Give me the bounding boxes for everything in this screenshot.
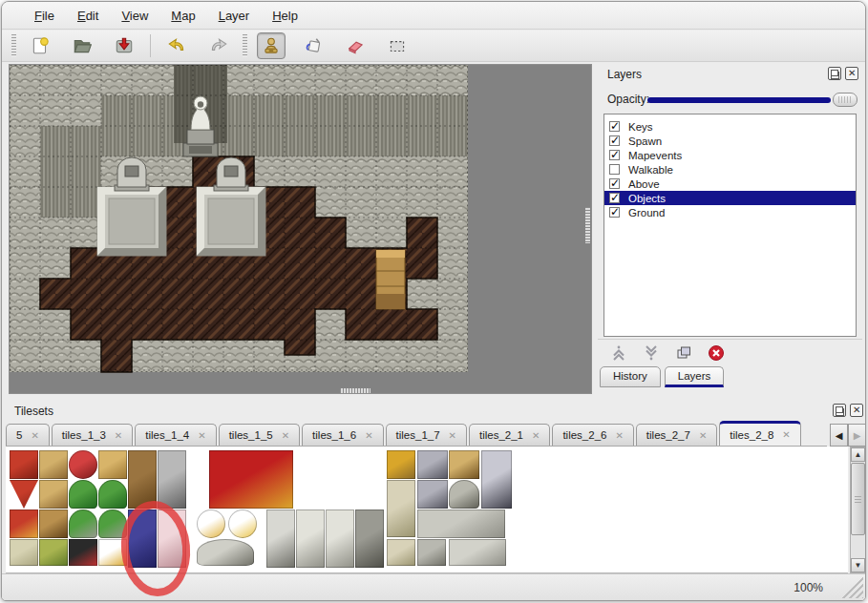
redo-button[interactable] <box>204 32 233 59</box>
lower-layer-button[interactable] <box>640 342 663 364</box>
tile-wooden-door[interactable] <box>128 450 157 509</box>
open-map-button[interactable] <box>68 32 96 59</box>
opacity-slider[interactable] <box>647 97 831 103</box>
tab-history[interactable]: History <box>600 366 661 387</box>
tile-emblem-banner[interactable] <box>10 509 38 538</box>
close-tab-icon[interactable]: ✕ <box>532 430 540 441</box>
tile-wooden-box[interactable] <box>449 450 479 479</box>
tileset-tab-tiles_1_7[interactable]: tiles_1_7✕ <box>386 424 467 446</box>
tile-rock-pile[interactable] <box>197 539 254 566</box>
menu-map[interactable]: Map <box>171 9 195 23</box>
eraser-tool-button[interactable] <box>341 32 370 59</box>
map-canvas[interactable] <box>9 64 592 394</box>
tileset-grid[interactable] <box>6 447 848 573</box>
tileset-tab-tiles_1_4[interactable]: tiles_1_4✕ <box>135 424 216 446</box>
layer-visibility-checkbox[interactable] <box>609 121 620 132</box>
menu-edit[interactable]: Edit <box>77 9 98 23</box>
layer-row-mapevents[interactable]: Mapevents <box>604 148 856 162</box>
tile-loom[interactable] <box>39 450 68 479</box>
fill-tool-button[interactable] <box>299 32 328 59</box>
duplicate-layer-button[interactable] <box>672 342 695 364</box>
tile-metal-shelf-1[interactable] <box>417 450 448 479</box>
menu-file[interactable]: File <box>34 9 54 23</box>
undo-button[interactable] <box>162 32 191 59</box>
float-panel-icon[interactable] <box>828 67 841 80</box>
layer-visibility-checkbox[interactable] <box>609 150 620 160</box>
tile-purple-door[interactable] <box>128 509 157 568</box>
toolbar-drag-handle[interactable] <box>11 34 16 57</box>
map-vertical-scrollbar[interactable] <box>585 207 590 243</box>
layer-row-ground[interactable]: Ground <box>604 205 856 219</box>
close-tab-icon[interactable]: ✕ <box>449 430 456 441</box>
close-tab-icon[interactable]: ✕ <box>615 430 623 441</box>
tile-stone-pillar[interactable] <box>417 539 446 566</box>
layer-visibility-checkbox[interactable] <box>609 207 620 218</box>
tile-bookshelf[interactable] <box>39 509 68 538</box>
close-tilesets-icon[interactable] <box>850 404 863 417</box>
scroll-tabs-right-icon[interactable]: ▶ <box>848 424 866 447</box>
tileset-tab-tiles_2_1[interactable]: tiles_2_1✕ <box>469 424 550 446</box>
close-tab-icon[interactable]: ✕ <box>365 430 372 441</box>
toolbar-drag-handle-2[interactable] <box>243 34 247 57</box>
tile-red-throne[interactable] <box>209 450 293 509</box>
tile-gold-key[interactable] <box>197 509 225 538</box>
raise-layer-button[interactable] <box>607 342 630 364</box>
scroll-down-icon[interactable]: ▼ <box>851 558 865 572</box>
tileset-vertical-scrollbar[interactable]: ▲ ▼ <box>850 447 866 573</box>
tile-angel-statue-1[interactable] <box>296 509 325 568</box>
tile-gold-pile[interactable] <box>228 509 257 538</box>
tab-layers[interactable]: Layers <box>665 366 725 387</box>
layer-row-keys[interactable]: Keys <box>604 119 856 134</box>
tileset-tab-5[interactable]: 5✕ <box>6 424 50 446</box>
menu-help[interactable]: Help <box>272 9 298 23</box>
opacity-slider-handle[interactable] <box>833 93 857 107</box>
tile-armor-pile[interactable] <box>449 480 479 509</box>
tile-potted-plant[interactable] <box>98 509 127 538</box>
close-tab-icon[interactable]: ✕ <box>782 429 790 440</box>
scroll-tabs-left-icon[interactable]: ◀ <box>830 424 848 447</box>
tile-metal-shelf-2[interactable] <box>417 480 448 509</box>
close-tab-icon[interactable]: ✕ <box>282 430 289 441</box>
close-panel-icon[interactable] <box>845 67 858 80</box>
layer-visibility-checkbox[interactable] <box>609 135 620 146</box>
tileset-tab-tiles_1_3[interactable]: tiles_1_3✕ <box>52 424 133 446</box>
tile-plant-top[interactable] <box>98 480 127 509</box>
menu-view[interactable]: View <box>121 9 148 23</box>
tile-green-banner[interactable] <box>39 539 68 566</box>
tile-picture-frame[interactable] <box>387 450 415 479</box>
tileset-tab-tiles_2_6[interactable]: tiles_2_6✕ <box>552 424 633 446</box>
layer-row-spawn[interactable]: Spawn <box>604 134 856 148</box>
close-tab-icon[interactable]: ✕ <box>198 430 205 441</box>
resize-grip[interactable] <box>840 575 863 598</box>
close-tab-icon[interactable]: ✕ <box>699 430 707 441</box>
layer-visibility-checkbox[interactable] <box>609 193 620 203</box>
tile-gargoyle-fountain[interactable] <box>355 509 384 568</box>
tile-armor-suit[interactable] <box>481 450 512 509</box>
tile-obelisk-small[interactable] <box>387 539 415 566</box>
new-map-button[interactable] <box>26 32 54 59</box>
tile-stone-platform[interactable] <box>417 509 505 538</box>
tileset-tab-tiles_2_8[interactable]: tiles_2_8✕ <box>719 421 800 446</box>
menu-layer[interactable]: Layer <box>219 9 250 23</box>
tile-metal-gate[interactable] <box>158 450 186 509</box>
tile-red-cushion[interactable] <box>69 450 97 479</box>
select-tool-button[interactable] <box>383 32 412 59</box>
map-horizontal-scrollbar[interactable] <box>340 388 370 393</box>
tile-angel-statue-2[interactable] <box>326 509 354 568</box>
tileset-scroll-thumb[interactable] <box>851 463 865 535</box>
tile-gold-cross[interactable] <box>98 539 127 566</box>
tile-red-pedestal[interactable] <box>69 539 97 566</box>
layer-visibility-checkbox[interactable] <box>609 164 620 175</box>
layer-row-above[interactable]: Above <box>604 177 856 191</box>
tile-palm-top[interactable] <box>69 480 97 509</box>
tileset-tab-tiles_2_7[interactable]: tiles_2_7✕ <box>636 424 717 446</box>
close-tab-icon[interactable]: ✕ <box>115 430 122 441</box>
scroll-up-icon[interactable]: ▲ <box>851 447 865 462</box>
layer-row-walkable[interactable]: Walkable <box>604 162 856 177</box>
delete-layer-button[interactable] <box>705 342 728 364</box>
tile-red-banner-pennant[interactable] <box>10 480 38 509</box>
stamp-tool-button[interactable] <box>257 32 286 59</box>
tile-hooded-statue[interactable] <box>266 509 295 568</box>
tile-mirror-dresser[interactable] <box>98 450 127 479</box>
float-tilesets-icon[interactable] <box>833 404 846 417</box>
